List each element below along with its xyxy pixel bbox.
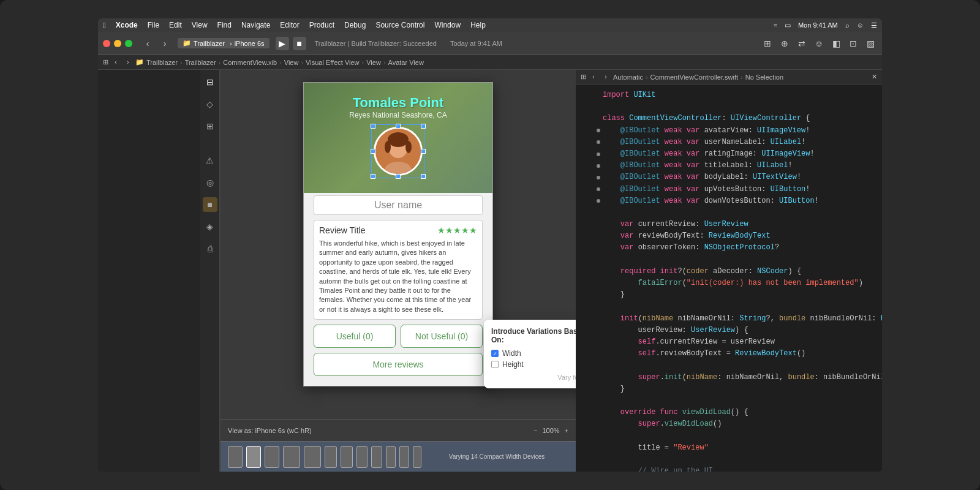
username-field[interactable]: User name <box>314 195 483 215</box>
breadcrumb-fwd[interactable]: › <box>123 58 133 67</box>
scheme-selector[interactable]: 📁 Trailblazer › iPhone 6s <box>178 38 270 48</box>
stop-button[interactable]: ■ <box>293 37 306 50</box>
nav-debug-icon[interactable]: ■ <box>203 197 217 212</box>
more-reviews-button[interactable]: More reviews <box>314 353 483 376</box>
zoom-minus[interactable]: − <box>533 427 537 434</box>
user-icon[interactable]: ☺ <box>857 21 864 29</box>
right-fwd-btn[interactable]: › <box>601 72 611 82</box>
menu-find[interactable]: Find <box>217 21 232 29</box>
device-icon-7[interactable] <box>341 446 353 468</box>
breadcrumb-view2[interactable]: View <box>366 59 381 66</box>
version-btn[interactable]: ⎊ <box>812 37 826 50</box>
ios-view-subtitle: Reyes National Seashore, CA <box>314 111 483 119</box>
nav-symbols-icon[interactable]: ◇ <box>203 97 217 111</box>
list-icon[interactable]: ☰ <box>871 21 877 29</box>
run-button[interactable]: ▶ <box>276 37 289 50</box>
nav-files-icon[interactable]: ⊟ <box>203 75 217 89</box>
useful-button[interactable]: Useful (0) <box>314 325 396 348</box>
menu-debug[interactable]: Debug <box>344 21 366 29</box>
device-icon-4[interactable] <box>283 446 300 468</box>
menu-xcode[interactable]: Xcode <box>116 21 138 29</box>
handle-mr[interactable] <box>421 149 426 154</box>
device-icon-10[interactable] <box>386 446 396 468</box>
back-button[interactable]: ‹ <box>141 37 154 50</box>
not-useful-button[interactable]: Not Useful (0) <box>401 325 483 348</box>
ib-bottom-bar: View as: iPhone 6s (wC hR) − 100% + <box>221 419 576 441</box>
menu-navigate[interactable]: Navigate <box>241 21 270 29</box>
apple-menu[interactable]:  <box>103 21 106 30</box>
menu-product[interactable]: Product <box>309 21 334 29</box>
traits-height-option[interactable]: Height <box>491 360 576 369</box>
nav-test-icon[interactable]: ◎ <box>203 175 217 190</box>
swift-filename[interactable]: CommentViewController.swift <box>650 74 738 81</box>
breadcrumb-trailblazer[interactable]: Trailblazer <box>146 59 178 66</box>
handle-ml[interactable] <box>371 149 375 154</box>
right-grid-icon[interactable]: ⊞ <box>581 73 586 81</box>
code-line: super.init(nibName: nibNameOrNil, bundle… <box>576 372 882 383</box>
handle-tm[interactable] <box>396 124 401 129</box>
device-icon-8[interactable] <box>356 446 368 468</box>
handle-bl[interactable] <box>371 174 375 179</box>
traits-width-option[interactable]: Width <box>491 349 576 358</box>
handle-tr[interactable] <box>421 124 426 129</box>
close-right-icon[interactable]: ✕ <box>872 73 877 81</box>
nav-breakpoints-icon[interactable]: ◈ <box>203 219 217 234</box>
device-icon-5[interactable] <box>304 446 321 468</box>
menu-file[interactable]: File <box>148 21 159 29</box>
nav-find-icon[interactable]: ⊞ <box>203 119 217 134</box>
menu-edit[interactable]: Edit <box>169 21 182 29</box>
code-line: var observerToken: NSObjectProtocol? <box>576 242 882 254</box>
device-icon-11[interactable] <box>399 446 409 468</box>
zoom-plus[interactable]: + <box>565 427 568 434</box>
code-editor[interactable]: import UIKit class CommentViewController… <box>576 85 882 472</box>
device-icon-6[interactable] <box>325 446 337 468</box>
breadcrumb-vfx[interactable]: Visual Effect View <box>306 59 359 66</box>
review-body: This wonderful hike, which is best enjoy… <box>319 239 477 314</box>
automatic-label[interactable]: Automatic <box>613 74 643 81</box>
assistant-btn[interactable]: ⇄ <box>795 37 809 50</box>
avatar-wrapper[interactable] <box>374 127 423 176</box>
menu-bar-left:  Xcode File Edit View Find Navigate Edi… <box>103 21 486 30</box>
close-button[interactable] <box>103 40 110 47</box>
avatar-container <box>314 119 483 183</box>
width-checkbox[interactable] <box>491 350 499 357</box>
right-back-btn[interactable]: ‹ <box>589 72 598 82</box>
code-line: userReview: UserReview) { <box>576 325 882 336</box>
height-checkbox[interactable] <box>491 361 499 368</box>
breadcrumb-xib[interactable]: CommentView.xib <box>223 59 277 66</box>
breadcrumb-trailblazer2[interactable]: Trailblazer <box>185 59 216 66</box>
code-line: @IBOutlet weak var avatarView: UIImageVi… <box>576 125 882 137</box>
structure-btn[interactable]: ⊞ <box>761 37 774 50</box>
breadcrumb-grid-icon[interactable]: ⊞ <box>103 58 108 66</box>
handle-bm[interactable] <box>396 174 401 179</box>
zoom-btn[interactable]: ⊕ <box>778 37 791 50</box>
maximize-button[interactable] <box>125 40 132 47</box>
device-icon-3[interactable] <box>265 446 279 468</box>
menu-source-control[interactable]: Source Control <box>375 21 424 29</box>
breadcrumb-back[interactable]: ‹ <box>111 58 121 67</box>
breadcrumb-avatar[interactable]: Avatar View <box>388 59 424 66</box>
menu-window[interactable]: Window <box>434 21 461 29</box>
nav-left-panel-btn[interactable]: ◧ <box>829 37 843 50</box>
nav-right-panel-btn[interactable]: ▨ <box>864 37 877 50</box>
device-icon-12[interactable] <box>413 446 421 468</box>
device-icon-9[interactable] <box>371 446 382 468</box>
nav-bottom-panel-btn[interactable]: ⊡ <box>846 37 860 50</box>
ib-canvas[interactable]: Tomales Point Reyes National Seashore, C… <box>221 70 576 419</box>
breadcrumb-view[interactable]: View <box>284 59 299 66</box>
handle-tl[interactable] <box>371 124 375 129</box>
minimize-button[interactable] <box>114 40 121 47</box>
no-selection-label[interactable]: No Selection <box>745 74 783 81</box>
menu-help[interactable]: Help <box>470 21 486 29</box>
forward-button[interactable]: › <box>158 37 172 50</box>
device-icon-1[interactable] <box>228 446 243 468</box>
menu-editor[interactable]: Editor <box>280 21 299 29</box>
handle-br[interactable] <box>421 174 426 179</box>
nav-reports-icon[interactable]: ⎙ <box>203 241 217 256</box>
scheme-icon: 📁 <box>183 39 191 47</box>
code-line <box>576 395 882 407</box>
device-icon-2[interactable] <box>246 446 261 468</box>
nav-issues-icon[interactable]: ⚠ <box>203 153 217 168</box>
search-icon[interactable]: ⌕ <box>845 21 850 29</box>
menu-view[interactable]: View <box>192 21 208 29</box>
